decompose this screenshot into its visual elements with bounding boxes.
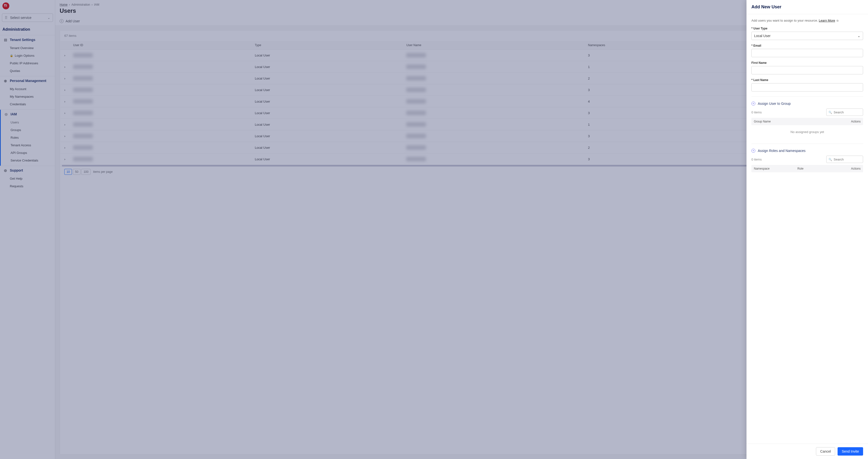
first-name-label: First Name (751, 61, 863, 65)
roles-search[interactable] (826, 156, 863, 163)
external-link-icon: ⧉ (837, 19, 839, 22)
email-label: * Email (751, 44, 863, 48)
col-role: Role (798, 167, 841, 170)
modal-overlay[interactable]: Add New User Add users you want to assig… (0, 0, 868, 459)
group-search[interactable] (826, 109, 863, 116)
cancel-button[interactable]: Cancel (816, 447, 835, 456)
col-namespace: Namespace (754, 167, 798, 170)
learn-more-link[interactable]: Learn More (819, 19, 835, 22)
user-type-value: Local User (754, 34, 771, 38)
panel-title: Add New User (751, 4, 863, 9)
user-type-select[interactable]: Local User ⌄ (751, 32, 863, 40)
email-field[interactable] (751, 49, 863, 57)
send-invite-button[interactable]: Send Invite (838, 447, 863, 456)
col-actions: Actions (841, 120, 861, 123)
roles-count: 0 items (751, 158, 762, 161)
col-group-name: Group Name (754, 120, 841, 123)
add-role-button[interactable]: + (751, 149, 755, 153)
user-type-label: * User Type (751, 27, 863, 30)
chevron-down-icon: ⌄ (858, 34, 860, 38)
first-name-field[interactable] (751, 66, 863, 74)
group-search-input[interactable] (834, 111, 861, 114)
add-group-button[interactable]: + (751, 102, 755, 105)
add-user-panel: Add New User Add users you want to assig… (746, 0, 868, 459)
last-name-field[interactable] (751, 83, 863, 92)
search-icon (829, 110, 832, 114)
assign-roles-title: Assign Roles and Namespaces (758, 149, 806, 153)
no-groups-msg: No assigned groups yet (751, 125, 863, 139)
search-icon (829, 157, 832, 161)
panel-helper-text: Add users you want to assign to your res… (751, 19, 818, 22)
assign-group-title: Assign User to Group (758, 102, 791, 105)
col-actions: Actions (841, 167, 861, 170)
group-count: 0 items (751, 111, 762, 114)
roles-search-input[interactable] (834, 158, 861, 161)
last-name-label: * Last Name (751, 78, 863, 82)
